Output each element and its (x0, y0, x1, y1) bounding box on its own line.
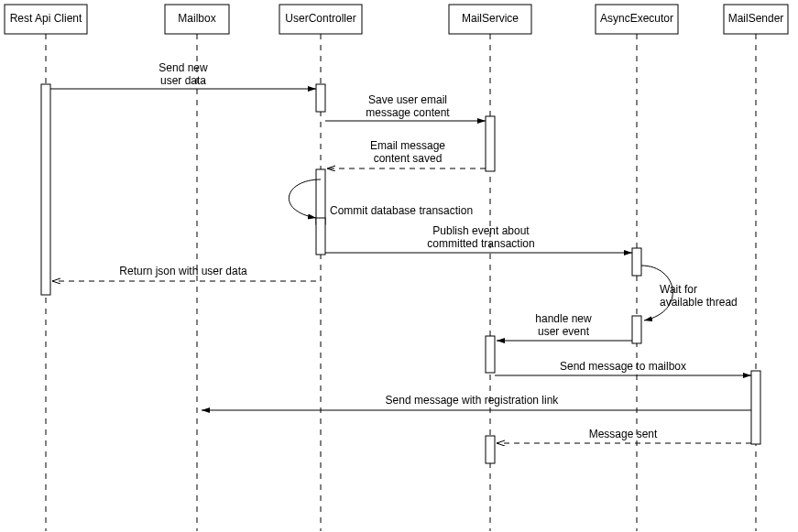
msg-send-new-user-l1: Send new (159, 61, 208, 74)
participant-mail-service-label: MailService (462, 12, 519, 25)
activation-sender (751, 371, 760, 444)
msg-send-new-user-l2: user data (160, 74, 206, 87)
msg-email-saved-l1: Email message (370, 139, 445, 152)
msg-wait-thread-l1: Wait for (660, 283, 697, 296)
msg-publish-l2: committed transaction (427, 237, 534, 250)
msg-wait-thread-l2: available thread (660, 296, 738, 309)
msg-handle-event-l2: user event (538, 325, 590, 338)
msg-publish-l1: Publish event about (432, 224, 530, 237)
msg-send-reg-link: Send message with registration link (386, 394, 560, 407)
activation-ms-3 (486, 436, 495, 463)
msg-email-saved-l2: content saved (374, 152, 443, 165)
activation-uc-3 (316, 218, 325, 255)
participant-rest-api-client-label: Rest Api Client (10, 12, 82, 25)
activation-ae-2 (632, 316, 641, 343)
participant-user-controller-label: UserController (285, 12, 355, 25)
activation-rest (41, 84, 50, 295)
msg-save-email-l1: Save user email (368, 93, 447, 106)
activation-uc-1 (316, 84, 325, 112)
participant-async-executor-label: AsyncExecutor (600, 12, 673, 25)
msg-send-to-mailbox: Send message to mailbox (560, 360, 686, 373)
activation-uc-2 (316, 169, 325, 224)
msg-message-sent: Message sent (589, 428, 658, 440)
msg-return-json: Return json with user data (119, 265, 247, 277)
participant-mail-sender-label: MailSender (728, 12, 784, 25)
participant-mailbox-label: Mailbox (178, 12, 215, 25)
activation-ms-2 (486, 336, 495, 373)
msg-handle-event-l1: handle new (535, 312, 592, 325)
sequence-diagram: Rest Api Client Mailbox UserController M… (0, 0, 798, 532)
msg-save-email-l2: message content (366, 106, 450, 119)
activation-ms-1 (486, 116, 495, 171)
activation-ae-1 (632, 248, 641, 276)
msg-commit-tx: Commit database transaction (330, 204, 473, 217)
